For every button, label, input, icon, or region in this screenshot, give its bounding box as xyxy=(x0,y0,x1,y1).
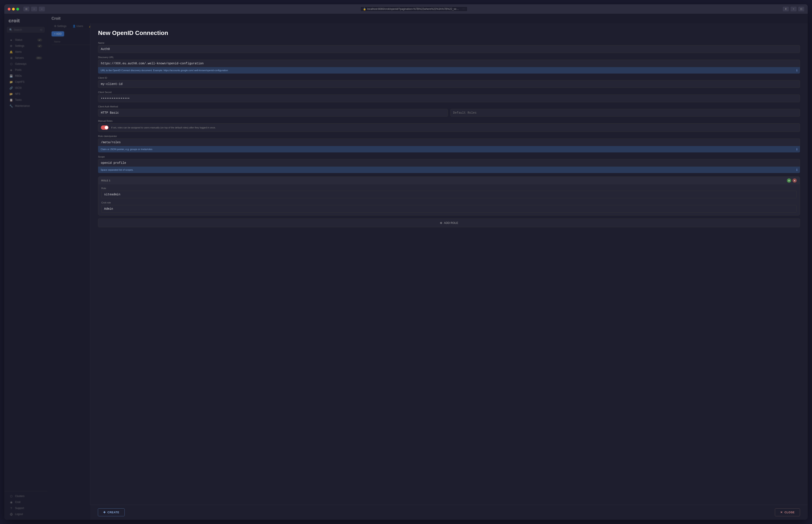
client-secret-input[interactable] xyxy=(98,95,800,102)
close-window-btn[interactable] xyxy=(8,8,11,11)
tab-users[interactable]: 👤 Users xyxy=(70,23,86,29)
sidebar-item-croit[interactable]: ◉ Croit xyxy=(5,499,46,505)
add-openid-btn[interactable]: + ADD xyxy=(51,31,64,36)
scope-hint-text: Space separated list of scopes. xyxy=(101,168,133,171)
sidebar-item-clusters[interactable]: ⬡ Clusters xyxy=(5,493,46,499)
sidebar-item-label: CephFS xyxy=(15,80,25,83)
add-role-btn[interactable]: ⊕ ADD ROLE xyxy=(98,218,800,227)
sidebar-item-rbds[interactable]: 💾 RBDs xyxy=(5,73,46,79)
sidebar-item-support[interactable]: ? Support xyxy=(5,505,46,511)
maximize-window-btn[interactable] xyxy=(16,8,19,11)
client-auth-method-input[interactable] xyxy=(98,109,448,117)
manual-roles-toggle[interactable] xyxy=(101,126,109,130)
client-id-field: Client ID xyxy=(98,77,800,88)
servers-badge: 99+ xyxy=(36,56,42,60)
close-label: CLOSE xyxy=(784,511,795,514)
page-title: Croit xyxy=(51,16,803,21)
sidebar-item-status[interactable]: ● Status 🖌 xyxy=(5,37,46,43)
sidebar-section-label xyxy=(4,34,47,37)
discovery-url-label: Discovery URL xyxy=(98,56,800,59)
sidebar-item-gateways[interactable]: ⬡ Gateways xyxy=(5,61,46,67)
client-auth-method-label: Client Auth Method xyxy=(98,105,448,108)
sidebar-toggle-btn[interactable]: ⊞ xyxy=(23,7,29,11)
role-remove-btn-1[interactable]: × xyxy=(793,178,797,183)
pools-icon: ◈ xyxy=(10,68,13,71)
status-icon: ● xyxy=(10,38,13,42)
role-add-btn-1[interactable]: + xyxy=(787,178,791,183)
modal-title: New OpenID Connection xyxy=(98,30,800,36)
sidebar-item-maintenance[interactable]: 🔧 Maintenance xyxy=(5,103,46,109)
sidebar-item-label: Support xyxy=(15,507,24,510)
manual-roles-hint: If set, roles can be assigned to users m… xyxy=(111,126,216,129)
discovery-url-field: Discovery URL URL to the OpenID Connect … xyxy=(98,56,800,73)
role-value-field: Role xyxy=(101,187,797,198)
default-roles-input[interactable] xyxy=(450,109,800,117)
sidebar-item-cephfs[interactable]: 📁 CephFS xyxy=(5,79,46,85)
client-id-input[interactable] xyxy=(98,80,800,88)
create-button[interactable]: ✚ CREATE xyxy=(98,508,125,516)
tab-settings[interactable]: ⚙ Settings xyxy=(51,23,69,29)
sidebar-item-settings[interactable]: ⚙ Settings 🖌 xyxy=(5,43,46,49)
back-btn[interactable]: ‹ xyxy=(31,7,37,11)
sidebar-item-logout[interactable]: ⏻ Logout xyxy=(5,511,46,517)
share-btn[interactable]: ⬆ xyxy=(783,7,789,11)
croit-role-input[interactable] xyxy=(101,205,797,213)
sidebar-item-label: Croit xyxy=(15,501,20,504)
sidebar-item-pools[interactable]: ◈ Pools xyxy=(5,67,46,73)
role-card-header-1: ROLE 1 + × xyxy=(98,177,800,184)
navigation-controls: ⊞ ‹ › xyxy=(23,7,45,11)
sidebar-bottom: ⬡ Clusters ◉ Croit ? Support ⏻ Logout xyxy=(4,491,47,517)
role-claim-input[interactable] xyxy=(98,138,800,146)
gateways-icon: ⬡ xyxy=(10,62,13,66)
sidebar-item-servers[interactable]: 🖥 Servers 99+ xyxy=(5,55,46,61)
scope-label: Scope xyxy=(98,155,800,158)
servers-icon: 🖥 xyxy=(10,56,13,60)
app-body: croit 🔍 Search All ● Status 🖌 ⚙ Settings… xyxy=(4,14,808,520)
minimize-window-btn[interactable] xyxy=(12,8,15,11)
name-input[interactable] xyxy=(98,45,800,53)
status-badge: 🖌 xyxy=(37,38,42,42)
scope-info-icon[interactable]: ℹ xyxy=(796,168,797,171)
forward-btn[interactable]: › xyxy=(39,7,45,11)
new-tab-btn[interactable]: + xyxy=(791,7,797,11)
sidebar-item-iscsi[interactable]: 🔗 iSCSI xyxy=(5,85,46,91)
discovery-url-info-icon[interactable]: ℹ xyxy=(796,69,797,72)
croit-icon: ◉ xyxy=(10,501,13,504)
role-card-title-1: ROLE 1 xyxy=(101,179,111,182)
sidebar-search[interactable]: 🔍 Search All xyxy=(7,27,45,33)
name-field: Name xyxy=(98,42,800,53)
role-claim-hint: Claim or JSON pointer, e.g. groups or /m… xyxy=(98,146,800,152)
sidebar-item-label: Status xyxy=(15,38,22,42)
discovery-url-input[interactable] xyxy=(98,60,800,67)
client-secret-label: Client Secret xyxy=(98,91,800,94)
sidebar-item-label: NFS xyxy=(15,93,20,95)
search-placeholder: Search xyxy=(14,28,22,31)
url-bar[interactable]: 🔒 localhost:8080/croit/openid/?paginatio… xyxy=(360,6,467,12)
clusters-icon: ⬡ xyxy=(10,494,13,498)
croit-role-label: Croit role xyxy=(101,201,797,204)
sidebar-item-label: RBDs xyxy=(15,75,22,77)
sidebar-item-alerts[interactable]: 🔔 Alerts xyxy=(5,49,46,55)
sidebar-item-label: Clusters xyxy=(15,495,25,497)
tabs-btn[interactable]: ⊟ xyxy=(798,7,804,11)
sidebar-item-nfs[interactable]: 📂 NFS xyxy=(5,91,46,97)
role-value-input[interactable] xyxy=(101,191,797,198)
alerts-icon: 🔔 xyxy=(10,50,13,54)
new-openid-panel: New OpenID Connection Name Discovery URL… xyxy=(90,23,808,505)
sidebar-item-label: Gateways xyxy=(15,62,27,65)
url-text: localhost:8080/croit/openid/?pagination=… xyxy=(367,7,460,11)
client-secret-field: Client Secret xyxy=(98,91,800,102)
role-card-actions-1: + × xyxy=(787,178,797,183)
sidebar-item-tasks[interactable]: 📋 Tasks xyxy=(5,97,46,103)
modal-footer: ✚ CREATE ✕ CLOSE xyxy=(90,505,808,520)
modal-overlay: New OpenID Connection Name Discovery URL… xyxy=(90,23,808,520)
sidebar-item-label: Tasks xyxy=(15,98,22,101)
manual-roles-field: Manual Roles If set, roles can be assign… xyxy=(98,120,800,132)
sidebar-item-label: Alerts xyxy=(15,50,22,53)
scope-input[interactable] xyxy=(98,159,800,167)
support-icon: ? xyxy=(10,506,13,510)
traffic-lights xyxy=(8,8,19,11)
settings-icon: ⚙ xyxy=(10,44,13,48)
close-button[interactable]: ✕ CLOSE xyxy=(775,508,800,516)
role-claim-info-icon[interactable]: ℹ xyxy=(796,148,797,151)
